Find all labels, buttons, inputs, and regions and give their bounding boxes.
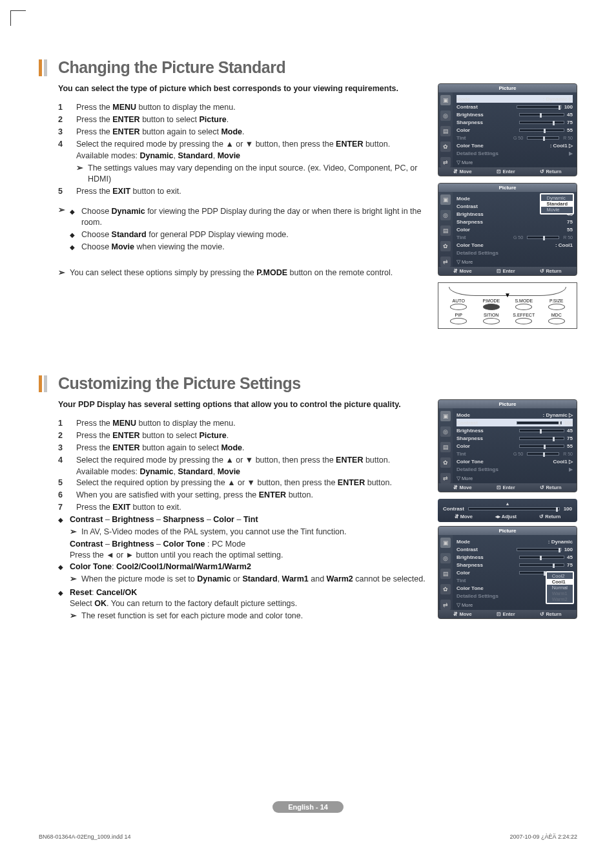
bullet-row: ◆ Choose Movie when viewing the movie. [70,242,426,253]
remote-arc: ▼ [449,287,566,296]
bullet-row: ◆ Choose Standard for general PDP Displa… [70,229,426,240]
dropdown-item: Cool2 [547,573,573,579]
note-text: You can select these options simply by p… [70,267,393,278]
note-icon: ➢ [58,267,70,278]
intro-text: You can select the type of picture which… [58,83,426,94]
section-title: Changing the Picture Standard [58,58,285,77]
dropdown-item-selected: Standard [541,201,573,207]
title-bars [39,59,49,76]
remote-btn-pip: PIP [446,313,471,324]
imprint-row: BN68-01364A-02Eng_1009.indd 14 2007-10-0… [39,833,577,840]
remote-btn-pmode: P.MODE [478,299,504,310]
note-text: The settings values may vary depending o… [88,163,426,185]
osd-icon-column: ▣ ◎ ▤ ✿ ⇄ [438,92,453,167]
step-text: Press the EXIT button to exit. [76,186,426,197]
imprint-timestamp: 2007-10-09 ¿ÀÈÄ 2:24:22 [509,833,577,840]
remote-btn-psize: P.SIZE [544,299,570,310]
bullet-text: Choose Standard for general PDP Display … [81,229,289,240]
dropdown-item: Movie [541,207,573,213]
bar-accent [39,59,42,76]
colortone-dropdown: Cool2 Cool1 Normal Warm1 Warm2 [546,571,574,604]
bullet-group: ➢ ◆ Choose Dynamic for viewing the PDP D… [58,205,426,254]
manual-page: Changing the Picture Standard You can se… [0,0,616,849]
osd-row-mode: Mode: Dynamic ▷ [457,95,573,103]
dropdown-item-disabled: Warm2 [547,596,573,602]
picture-icon: ▣ [440,95,451,105]
osd-picture-contrast: Picture ▣◎▤✿⇄ Mode: Dynamic ▷ Contrast10… [438,399,577,492]
channel-icon: ▤ [440,225,451,236]
bullet-text: Choose Dynamic for viewing the PDP Displ… [81,206,426,228]
content-row: You can select the type of picture which… [39,83,577,329]
page-footer: English - 14 [0,801,616,813]
input-icon: ⇄ [440,257,451,267]
note-row: ➢ The settings values may vary depending… [76,163,426,185]
osd-title: Picture [438,183,577,192]
bullet-row: ◆ Color Tone: Cool2/Cool1/Normal/Warm1/W… [58,561,426,586]
text-column: You can select the type of picture which… [39,83,426,329]
bar-gray [44,59,47,76]
bullet-text: Choose Movie when viewing the movie. [81,242,225,253]
note-icon: ➢ [58,205,70,216]
step-text: Press the MENU button to display the men… [76,102,426,113]
diamond-icon: ◆ [70,242,81,252]
text-column: Your PDP Display has several setting opt… [39,399,426,625]
dropdown-item: Dynamic [541,195,573,201]
note-icon: ➢ [76,163,88,174]
pmode-note: ➢ You can select these options simply by… [58,267,426,278]
osd-main: Mode: Dynamic ▷ Contrast100 Brightness45… [453,92,577,167]
available-modes: Available modes: Dynamic, Standard, Movi… [76,151,426,162]
setup-icon: ✿ [440,142,451,152]
setup-icon: ✿ [440,241,451,251]
page-number-pill: English - 14 [272,801,344,813]
remote-btn-mdc: MDC [544,313,570,324]
bullet-row: ◆ Choose Dynamic for viewing the PDP Dis… [70,206,426,228]
picture-icon: ▣ [440,194,451,205]
diamond-icon: ◆ [58,587,70,598]
osd-picture-menu-dropdown: Picture ▣ ◎ ▤ ✿ ⇄ Dynamic Standar [438,183,577,276]
diamond-icon: ◆ [58,561,70,572]
remote-btn-smode: S.MODE [511,299,537,310]
step-text: Press the ENTER button to select Picture… [76,114,426,125]
section-title: Customizing the Picture Settings [58,374,301,393]
imprint-filename: BN68-01364A-02Eng_1009.indd 14 [39,833,131,840]
remote-btn-sition: SITION [478,313,504,324]
remote-btn-auto: AUTO [446,299,471,310]
sound-icon: ◎ [440,110,451,121]
osd-main: Dynamic Standard Movie Mode: Contrast100… [453,192,577,267]
osd-picture-colortone: Picture ▣◎▤✿⇄ Mode: Dynamic Contrast100 … [438,526,577,619]
osd-contrast-adjust: ▲ Contrast100 ⇵ Move◂▸ Adjust↺ Return [438,499,577,522]
mode-dropdown: Dynamic Standard Movie [540,193,574,215]
input-icon: ⇄ [440,157,451,167]
step-text: Press the ENTER button again to select M… [76,127,426,138]
section-customizing-picture: Customizing the Picture Settings Your PD… [39,374,577,625]
bullet-row: ◆ Contrast – Brightness – Sharpness – Co… [58,514,426,561]
steps-list-cont: 5Press the EXIT button to exit. [58,186,426,197]
section-changing-picture-standard: Changing the Picture Standard You can se… [39,58,577,329]
crop-mark [10,10,26,26]
side-column: Picture ▣◎▤✿⇄ Mode: Dynamic ▷ Contrast10… [438,399,577,625]
dropdown-item-disabled: Warm1 [547,591,573,596]
bullet-row: ◆ Reset: Cancel/OK Select OK. You can re… [58,587,426,623]
remote-btn-seffect: S.EFFECT [511,313,537,324]
osd-picture-menu: Picture ▣ ◎ ▤ ✿ ⇄ Mode: Dynamic ▷ Contra… [438,83,577,176]
osd-footer: ⇵ Move⊡ Enter↺ Return [438,167,577,176]
dropdown-item-selected: Cool1 [547,579,573,585]
osd-icon-column: ▣ ◎ ▤ ✿ ⇄ [438,192,453,267]
diamond-icon: ◆ [58,514,70,525]
diamond-icon: ◆ [70,206,81,216]
section-title-row: Changing the Picture Standard [39,58,577,77]
down-arrow-icon: ▼ [504,291,511,299]
side-column: Picture ▣ ◎ ▤ ✿ ⇄ Mode: Dynamic ▷ Contra… [438,83,577,329]
diamond-icon: ◆ [70,229,81,240]
steps-list: 1Press the MENU button to display the me… [58,102,426,150]
osd-title: Picture [438,84,577,92]
sound-icon: ◎ [440,210,451,220]
step-text: Select the required mode by pressing the… [76,139,426,150]
intro-text: Your PDP Display has several setting opt… [58,399,426,410]
remote-diagram: ▼ AUTO P.MODE S.MODE P.SIZE PIP SITION S… [438,282,577,329]
channel-icon: ▤ [440,126,451,136]
dropdown-item: Normal [547,585,573,591]
